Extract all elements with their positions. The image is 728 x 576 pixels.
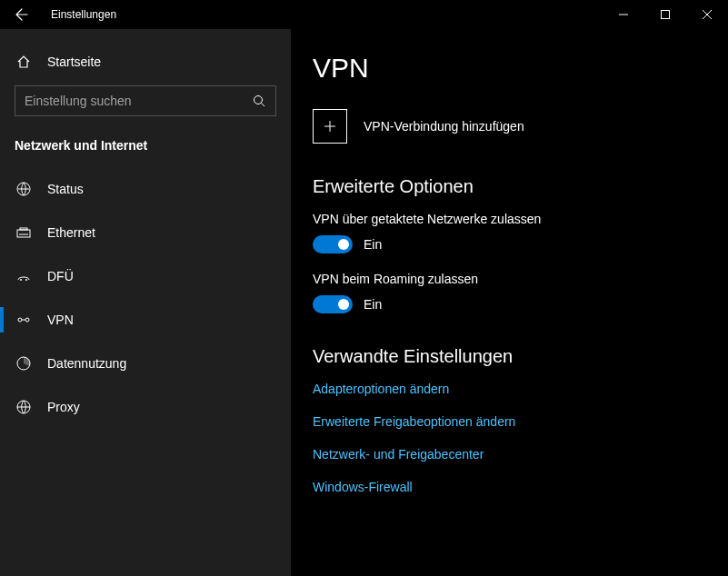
ethernet-icon — [15, 224, 33, 241]
sidebar-item-label: Status — [47, 182, 84, 196]
link-adapter-options[interactable]: Adapteroptionen ändern — [313, 382, 706, 396]
home-label: Startseite — [47, 55, 101, 69]
home-button[interactable]: Startseite — [0, 45, 291, 78]
svg-rect-4 — [20, 228, 27, 230]
search-icon — [252, 94, 266, 107]
content-area: VPN VPN-Verbindung hinzufügen Erweiterte… — [291, 29, 728, 576]
status-icon — [15, 181, 33, 197]
svg-point-5 — [20, 279, 22, 281]
related-settings-header: Verwandte Einstellungen — [313, 346, 706, 367]
sidebar-item-proxy[interactable]: Proxy — [0, 385, 291, 429]
close-button[interactable] — [686, 0, 728, 29]
svg-point-7 — [18, 318, 22, 322]
sidebar-item-label: Ethernet — [47, 225, 95, 240]
vpn-icon — [15, 312, 33, 328]
link-firewall[interactable]: Windows-Firewall — [313, 480, 706, 494]
window-title: Einstellungen — [44, 8, 116, 21]
add-vpn-label: VPN-Verbindung hinzufügen — [364, 119, 524, 134]
sidebar-item-vpn[interactable]: VPN — [0, 298, 291, 342]
sidebar-item-label: DFÜ — [47, 269, 74, 283]
add-vpn-button[interactable]: VPN-Verbindung hinzufügen — [313, 109, 706, 144]
page-title: VPN — [313, 53, 706, 84]
sidebar: Startseite Netzwerk und Internet Status — [0, 29, 291, 576]
svg-point-1 — [254, 96, 263, 104]
sidebar-item-datausage[interactable]: Datennutzung — [0, 342, 291, 385]
toggle-roaming-label: VPN beim Roaming zulassen — [313, 272, 706, 286]
proxy-icon — [15, 399, 33, 415]
sidebar-item-label: Proxy — [47, 400, 80, 414]
back-button[interactable] — [0, 0, 44, 29]
sidebar-item-label: VPN — [47, 313, 74, 327]
back-arrow-icon — [15, 7, 29, 22]
maximize-icon — [661, 10, 670, 19]
minimize-button[interactable] — [603, 0, 644, 29]
close-icon — [703, 10, 712, 19]
category-header: Netzwerk und Internet — [0, 129, 291, 167]
toggle-metered-label: VPN über getaktete Netzwerke zulassen — [313, 212, 706, 226]
link-network-center[interactable]: Netzwerk- und Freigabecenter — [313, 447, 706, 462]
maximize-button[interactable] — [644, 0, 686, 29]
home-icon — [15, 55, 33, 69]
minimize-icon — [619, 10, 628, 19]
link-sharing-options[interactable]: Erweiterte Freigabeoptionen ändern — [313, 414, 706, 429]
svg-point-6 — [25, 279, 27, 281]
toggle-metered[interactable] — [313, 235, 353, 253]
toggle-roaming-state: Ein — [364, 297, 382, 312]
search-input[interactable] — [25, 94, 252, 108]
sidebar-item-ethernet[interactable]: Ethernet — [0, 211, 291, 254]
sidebar-item-label: Datennutzung — [47, 356, 126, 371]
plus-icon — [313, 109, 347, 144]
toggle-metered-state: Ein — [364, 237, 382, 252]
search-box[interactable] — [15, 85, 276, 116]
datausage-icon — [15, 355, 33, 372]
sidebar-item-status[interactable]: Status — [0, 167, 291, 211]
toggle-roaming[interactable] — [313, 295, 353, 313]
svg-point-8 — [25, 318, 29, 322]
advanced-options-header: Erweiterte Optionen — [313, 176, 706, 197]
sidebar-item-dialup[interactable]: DFÜ — [0, 254, 291, 298]
svg-rect-0 — [662, 11, 670, 19]
dialup-icon — [15, 268, 33, 284]
